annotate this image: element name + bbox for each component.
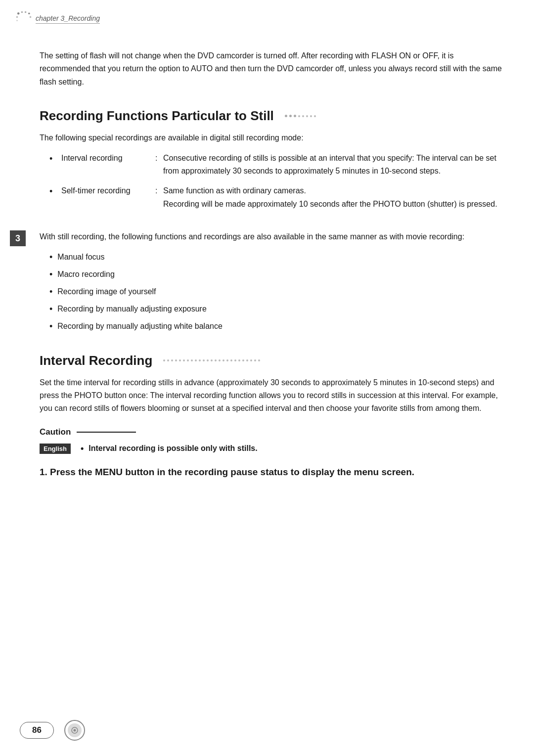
dot (226, 359, 228, 361)
dot (183, 359, 185, 361)
still-recording-intro: With still recording, the following func… (40, 230, 504, 243)
dot (234, 359, 236, 361)
svg-point-0 (17, 12, 20, 15)
chapter-title: chapter 3_Recording (36, 14, 100, 24)
svg-point-1 (21, 11, 23, 13)
definition-selftimer: Same function as with ordinary cameras.R… (163, 184, 504, 211)
dot (254, 359, 256, 361)
svg-point-10 (73, 729, 76, 732)
dot (175, 359, 177, 361)
dot (203, 359, 205, 361)
dot (215, 359, 217, 361)
dot (306, 115, 308, 117)
bullet: • (49, 285, 52, 299)
dot (230, 359, 232, 361)
caution-section: Caution English • Interval recording is … (40, 427, 504, 455)
colon-1: : (155, 152, 163, 178)
dot (163, 359, 165, 361)
caution-item-text: Interval recording is possible only with… (89, 444, 257, 453)
dot (242, 359, 244, 361)
section2-heading-dots (163, 359, 260, 361)
dot (302, 115, 304, 117)
list-item-yourself: • Recording image of yourself (49, 285, 504, 299)
dot (314, 115, 316, 117)
term-selftimer: Self-timer recording (61, 184, 155, 211)
dot (238, 359, 240, 361)
caution-item-row: English • Interval recording is possible… (40, 442, 504, 455)
definition-item-interval: • Interval recording : Consecutive recor… (49, 152, 504, 178)
dot (195, 359, 197, 361)
dot (250, 359, 252, 361)
section1-heading: Recording Functions Particular to Still (40, 108, 504, 124)
header-area: chapter 3_Recording (15, 10, 100, 28)
caution-bullet: • (81, 442, 84, 455)
term-interval: Interval recording (61, 152, 155, 178)
chapter-dots-icon (15, 10, 33, 28)
caution-line (77, 432, 136, 433)
recording-functions-section: Recording Functions Particular to Still … (40, 108, 504, 211)
step1-instruction: 1. Press the MENU button in the recordin… (40, 465, 504, 480)
still-recording-section: 3 With still recording, the following fu… (40, 230, 504, 333)
svg-point-4 (30, 16, 32, 18)
dot (285, 115, 287, 117)
dot (294, 115, 296, 117)
section1-heading-text: Recording Functions Particular to Still (40, 108, 274, 124)
dot (310, 115, 312, 117)
page-container: chapter 3_Recording The setting of flash… (0, 0, 534, 756)
bullet: • (49, 303, 52, 316)
disc-icon (64, 719, 86, 741)
list-item-text: Manual focus (57, 251, 104, 264)
definition-list: • Interval recording : Consecutive recor… (49, 152, 504, 211)
section1-intro: The following special recordings are ava… (40, 132, 504, 144)
definition-item-selftimer: • Self-timer recording : Same function a… (49, 184, 504, 211)
main-content: The setting of flash will not change whe… (40, 49, 504, 491)
list-item-text: Recording by manually adjusting white ba… (57, 320, 222, 333)
svg-point-5 (16, 16, 18, 18)
bullet: • (49, 268, 52, 281)
chapter-number-badge: 3 (10, 230, 26, 246)
dot (219, 359, 221, 361)
dot (179, 359, 181, 361)
dot (167, 359, 169, 361)
svg-point-3 (28, 12, 30, 14)
page-number-box: 86 (20, 722, 54, 739)
list-item-macro: • Macro recording (49, 268, 504, 281)
dot (289, 115, 292, 117)
colon-2: : (155, 184, 163, 211)
list-item-text: Recording by manually adjusting exposure (57, 303, 207, 315)
dot (187, 359, 189, 361)
bullet-interval: • (49, 152, 61, 178)
interval-recording-section: Interval Recording (40, 353, 504, 480)
caution-header: Caution (40, 427, 504, 437)
interval-paragraph: Set the time interval for recording stil… (40, 376, 504, 415)
dot (222, 359, 224, 361)
list-item-manual-focus: • Manual focus (49, 251, 504, 264)
bullet-selftimer: • (49, 184, 61, 211)
dot (246, 359, 248, 361)
svg-point-6 (16, 20, 18, 21)
bullet: • (49, 320, 52, 333)
intro-paragraph: The setting of flash will not change whe… (40, 49, 504, 89)
still-recording-list: • Manual focus • Macro recording • Recor… (49, 251, 504, 333)
section1-heading-dots (285, 115, 316, 117)
page-footer: 86 (0, 719, 534, 741)
dot (199, 359, 201, 361)
list-item-white-balance: • Recording by manually adjusting white … (49, 320, 504, 333)
dot (207, 359, 209, 361)
dot (258, 359, 260, 361)
svg-point-2 (25, 11, 27, 13)
section2-heading: Interval Recording (40, 353, 504, 368)
page-number: 86 (32, 725, 42, 735)
caution-title: Caution (40, 427, 71, 437)
dot (298, 115, 300, 117)
dot (211, 359, 213, 361)
section2-heading-text: Interval Recording (40, 353, 152, 368)
chapter-number: 3 (15, 233, 20, 244)
list-item-exposure: • Recording by manually adjusting exposu… (49, 303, 504, 316)
definition-interval: Consecutive recording of stills is possi… (163, 152, 504, 178)
english-badge: English (40, 444, 71, 454)
dot (171, 359, 173, 361)
list-item-text: Recording image of yourself (57, 285, 156, 298)
list-item-text: Macro recording (57, 268, 115, 281)
bullet: • (49, 251, 52, 264)
